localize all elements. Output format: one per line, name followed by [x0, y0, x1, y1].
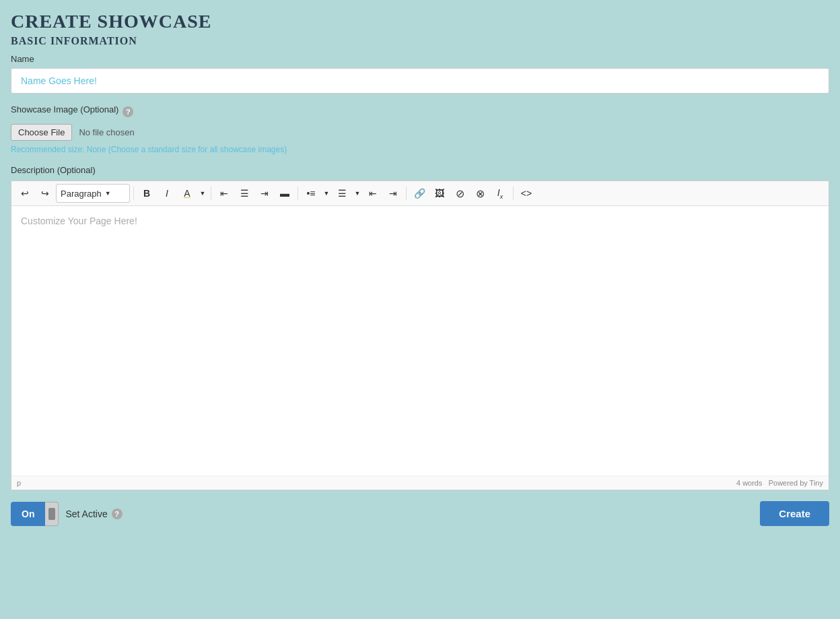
remove-format-icon: ⊗ — [476, 187, 485, 200]
editor-placeholder: Customize Your Page Here! — [21, 216, 137, 226]
highlight-dropdown-button[interactable]: ▼ — [198, 184, 207, 203]
align-center-icon: ☰ — [240, 188, 249, 199]
create-button[interactable]: Create — [760, 501, 829, 526]
align-right-button[interactable]: ⇥ — [255, 184, 274, 203]
highlight-chevron-icon: ▼ — [200, 190, 206, 197]
insert-image-icon: 🖼 — [435, 188, 444, 199]
ordered-list-dropdown[interactable]: ▼ — [353, 184, 362, 203]
insert-image-button[interactable]: 🖼 — [430, 184, 449, 203]
toolbar-sep-4 — [406, 187, 407, 200]
decrease-indent-button[interactable]: ⇤ — [363, 184, 382, 203]
ol-chevron-icon: ▼ — [355, 190, 361, 197]
decrease-indent-icon: ⇤ — [369, 188, 377, 199]
align-center-button[interactable]: ☰ — [235, 184, 254, 203]
link-icon: 🔗 — [414, 188, 425, 199]
increase-indent-button[interactable]: ⇥ — [384, 184, 403, 203]
paragraph-chevron-icon: ▼ — [105, 190, 111, 197]
recommended-size-text: Recommended size: None (Choose a standar… — [11, 145, 829, 154]
clear-format-icon: Ix — [497, 187, 503, 200]
align-right-icon: ⇥ — [260, 188, 269, 199]
highlight-button[interactable]: A — [178, 184, 197, 203]
set-active-text: Set Active — [65, 509, 107, 519]
undo-button[interactable]: ↩ — [15, 184, 34, 203]
image-help-icon[interactable]: ? — [123, 106, 133, 117]
editor-footer: p 4 words Powered by Tiny — [11, 476, 829, 490]
left-bottom-controls: On Set Active ? — [11, 502, 123, 526]
bottom-row: On Set Active ? Create — [11, 501, 829, 526]
toolbar-sep-3 — [298, 187, 298, 200]
editor-tag: p — [17, 479, 21, 487]
editor-body[interactable]: Customize Your Page Here! — [11, 206, 829, 476]
paragraph-label: Paragraph — [61, 189, 102, 199]
unordered-list-icon: •≡ — [306, 188, 315, 199]
toggle-on-button[interactable]: On — [11, 502, 45, 526]
toolbar-sep-5 — [513, 187, 514, 200]
ul-chevron-icon: ▼ — [324, 190, 330, 197]
redo-button[interactable]: ↪ — [36, 184, 55, 203]
code-view-icon: <> — [521, 188, 532, 199]
block-format-button[interactable]: ⊘ — [450, 184, 469, 203]
remove-format-button[interactable]: ⊗ — [470, 184, 489, 203]
increase-indent-icon: ⇥ — [389, 188, 397, 199]
name-label: Name — [11, 54, 829, 64]
italic-icon: I — [166, 188, 168, 199]
name-input[interactable] — [11, 68, 829, 94]
bold-button[interactable]: B — [137, 184, 156, 203]
editor-meta: 4 words Powered by Tiny — [736, 479, 823, 487]
unordered-list-button[interactable]: •≡ — [302, 184, 320, 203]
paragraph-format-select[interactable]: Paragraph ▼ — [56, 184, 130, 203]
code-view-button[interactable]: <> — [517, 184, 536, 203]
unordered-list-dropdown[interactable]: ▼ — [322, 184, 331, 203]
editor-toolbar: ↩ ↪ Paragraph ▼ B I A ▼ ⇤ ☰ — [11, 181, 829, 206]
clear-format-button[interactable]: Ix — [491, 184, 510, 203]
set-active-help-icon[interactable]: ? — [112, 509, 123, 519]
active-toggle: On — [11, 502, 59, 526]
description-label: Description (Optional) — [11, 165, 829, 175]
image-label: Showcase Image (Optional) — [11, 104, 118, 115]
toggle-knob[interactable] — [45, 502, 59, 526]
link-button[interactable]: 🔗 — [410, 184, 429, 203]
toolbar-sep-1 — [133, 187, 134, 200]
section-title: BASIC INFORMATION — [11, 35, 829, 47]
italic-button[interactable]: I — [158, 184, 176, 203]
justify-icon: ▬ — [280, 188, 289, 199]
ordered-list-icon: ☰ — [338, 188, 347, 199]
toolbar-sep-2 — [211, 187, 211, 200]
ordered-list-button[interactable]: ☰ — [332, 184, 351, 203]
page-title: CREATE SHOWCASE — [11, 11, 829, 32]
align-left-icon: ⇤ — [220, 188, 228, 199]
no-file-text: No file chosen — [79, 127, 134, 137]
editor-container: ↩ ↪ Paragraph ▼ B I A ▼ ⇤ ☰ — [11, 181, 829, 490]
block-format-icon: ⊘ — [456, 187, 464, 200]
highlight-icon: A — [184, 188, 190, 199]
justify-button[interactable]: ▬ — [275, 184, 294, 203]
align-left-button[interactable]: ⇤ — [215, 184, 234, 203]
choose-file-button[interactable]: Choose File — [11, 124, 72, 141]
bold-icon: B — [143, 188, 150, 199]
word-count: 4 words — [736, 479, 763, 487]
powered-by: Powered by Tiny — [769, 479, 823, 487]
set-active-label-row: Set Active ? — [65, 509, 122, 519]
